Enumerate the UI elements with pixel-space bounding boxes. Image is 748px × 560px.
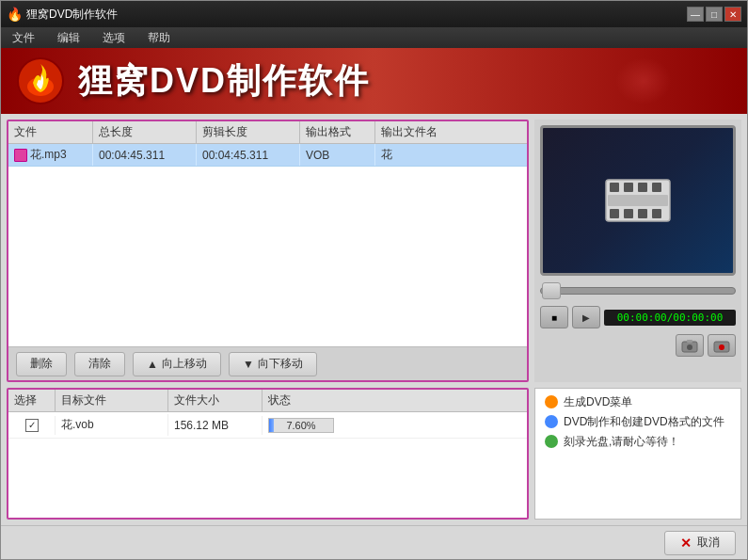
progress-text: 7.60% — [269, 419, 333, 432]
seek-slider[interactable] — [540, 281, 736, 300]
bottom-bar: ✕ 取消 — [1, 525, 747, 559]
menu-file[interactable]: 文件 — [8, 28, 39, 48]
move-down-button[interactable]: ▼ 向下移动 — [229, 352, 317, 376]
output-row[interactable]: ✓ 花.vob 156.12 MB 7.60% — [8, 412, 527, 439]
col-header-output: 输出文件名 — [375, 121, 527, 143]
title-bar-icon: 🔥 — [7, 7, 23, 22]
info-text-1: 生成DVD菜单 — [564, 394, 632, 410]
time-display: 00:00:00/00:00:00 — [604, 310, 736, 326]
svg-rect-11 — [608, 195, 668, 206]
title-bar: 🔥 狸窝DVD制作软件 — □ ✕ — [1, 1, 747, 27]
otd-file: 花.vob — [56, 414, 168, 436]
td-total-duration: 00:04:45.311 — [93, 144, 197, 166]
table-row[interactable]: 花.mp3 00:04:45.311 00:04:45.311 VOB 花 — [8, 144, 527, 167]
file-icon — [14, 149, 27, 162]
svg-rect-9 — [638, 209, 647, 218]
move-up-icon: ▲ — [147, 358, 158, 371]
td-clip-duration: 00:04:45.311 — [197, 144, 300, 166]
main-window: 🔥 狸窝DVD制作软件 — □ ✕ 文件 编辑 选项 帮助 狸窝DVD制作软件 — [0, 0, 748, 560]
otd-checkbox[interactable]: ✓ — [8, 416, 56, 435]
preview-area: ■ ▶ 00:00:00/00:00:00 — [534, 120, 741, 382]
td-file: 花.mp3 — [8, 144, 93, 166]
oth-status: 状态 — [263, 390, 527, 411]
col-header-clip: 剪辑长度 — [197, 121, 300, 143]
close-button[interactable]: ✕ — [724, 7, 741, 22]
snapshot-button[interactable] — [676, 334, 704, 357]
film-icon — [600, 167, 676, 234]
info-item-1: 生成DVD菜单 — [545, 394, 731, 410]
video-screen — [540, 125, 736, 276]
info-item-3: 刻录光盘,请耐心等待！ — [545, 434, 731, 450]
menu-edit[interactable]: 编辑 — [54, 28, 84, 48]
info-text-2: DVD制作和创建DVD格式的文件 — [564, 414, 724, 430]
banner-title: 狸窝DVD制作软件 — [78, 58, 370, 104]
otd-status: 7.60% — [263, 415, 527, 436]
snapshot-buttons — [676, 334, 736, 357]
play-button[interactable]: ▶ — [572, 306, 600, 328]
cancel-x-icon: ✕ — [680, 536, 692, 551]
title-bar-buttons: — □ ✕ — [687, 7, 741, 22]
svg-point-16 — [719, 344, 724, 350]
bullet-icon-3 — [545, 435, 558, 448]
svg-rect-7 — [610, 209, 619, 218]
minimize-button[interactable]: — — [687, 7, 704, 22]
td-output-name: 花 — [375, 144, 527, 166]
menu-bar: 文件 编辑 选项 帮助 — [1, 27, 747, 48]
move-up-button[interactable]: ▲ 向上移动 — [133, 352, 221, 376]
clear-button[interactable]: 清除 — [74, 352, 125, 376]
delete-button[interactable]: 删除 — [16, 352, 67, 376]
otd-size: 156.12 MB — [168, 416, 263, 435]
td-format: VOB — [300, 144, 375, 166]
info-item-2: DVD制作和创建DVD格式的文件 — [545, 414, 731, 430]
banner-logo — [16, 56, 65, 105]
record-button[interactable] — [708, 334, 736, 357]
cancel-label: 取消 — [697, 535, 720, 551]
menu-help[interactable]: 帮助 — [144, 28, 174, 48]
select-checkbox[interactable]: ✓ — [25, 419, 39, 432]
svg-rect-8 — [624, 209, 633, 218]
progress-bar: 7.60% — [268, 418, 334, 433]
record-icon — [713, 338, 730, 353]
file-table-header: 文件 总长度 剪辑长度 输出格式 输出文件名 — [8, 121, 527, 144]
col-header-total: 总长度 — [93, 121, 197, 143]
bullet-icon-1 — [545, 395, 558, 408]
svg-rect-4 — [624, 183, 633, 192]
svg-point-13 — [687, 344, 692, 350]
svg-rect-3 — [610, 183, 619, 192]
info-panel: 生成DVD菜单 DVD制作和创建DVD格式的文件 刻录光盘,请耐心等待！ — [534, 388, 741, 520]
file-table-body: 花.mp3 00:04:45.311 00:04:45.311 VOB 花 — [8, 144, 527, 346]
svg-rect-6 — [652, 183, 661, 192]
output-table-body: ✓ 花.vob 156.12 MB 7.60% — [8, 412, 527, 518]
svg-rect-14 — [687, 340, 692, 343]
stop-button[interactable]: ■ — [540, 306, 568, 328]
oth-file: 目标文件 — [56, 390, 168, 411]
col-header-format: 输出格式 — [300, 121, 375, 143]
output-table-header: 选择 目标文件 文件大小 状态 — [8, 390, 527, 412]
top-section: 文件 总长度 剪辑长度 输出格式 输出文件名 花.mp3 00:04:45.31… — [7, 120, 741, 382]
svg-rect-10 — [652, 209, 661, 218]
oth-size: 文件大小 — [168, 390, 263, 411]
bullet-icon-2 — [545, 415, 558, 428]
cancel-button[interactable]: ✕ 取消 — [664, 531, 736, 555]
col-header-file: 文件 — [8, 121, 93, 143]
output-table-area: 选择 目标文件 文件大小 状态 ✓ 花.vob 156.12 MB — [7, 388, 529, 520]
menu-options[interactable]: 选项 — [99, 28, 129, 48]
bottom-section: 选择 目标文件 文件大小 状态 ✓ 花.vob 156.12 MB — [7, 388, 741, 520]
file-table-area: 文件 总长度 剪辑长度 输出格式 输出文件名 花.mp3 00:04:45.31… — [7, 120, 529, 382]
camera-icon — [681, 338, 698, 353]
svg-rect-5 — [638, 183, 647, 192]
file-toolbar: 删除 清除 ▲ 向上移动 ▼ 向下移动 — [8, 346, 527, 380]
title-bar-text: 狸窝DVD制作软件 — [26, 7, 687, 23]
oth-select: 选择 — [8, 390, 56, 411]
info-text-3: 刻录光盘,请耐心等待！ — [564, 434, 679, 450]
banner: 狸窝DVD制作软件 — [1, 48, 747, 114]
playback-controls: ■ ▶ 00:00:00/00:00:00 — [540, 306, 736, 328]
main-content: 文件 总长度 剪辑长度 输出格式 输出文件名 花.mp3 00:04:45.31… — [1, 114, 747, 525]
maximize-button[interactable]: □ — [706, 7, 723, 22]
move-down-icon: ▼ — [243, 358, 254, 371]
